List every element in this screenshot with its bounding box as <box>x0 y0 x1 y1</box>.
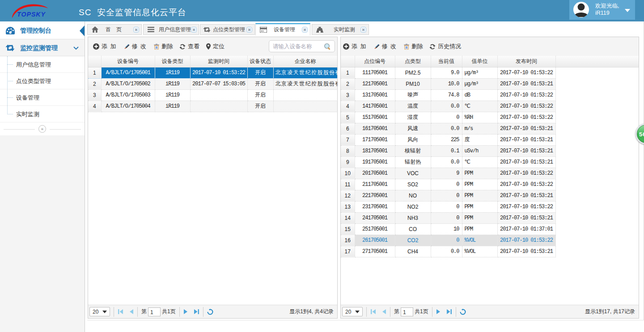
svg-text:TOPSKY: TOPSKY <box>17 11 46 18</box>
